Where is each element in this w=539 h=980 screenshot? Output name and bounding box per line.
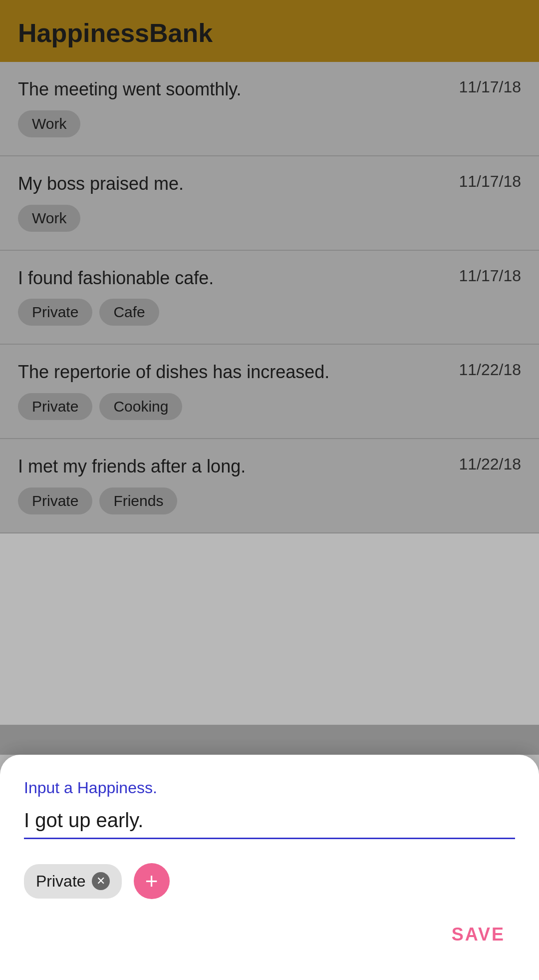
item-tags: Work <box>18 205 521 232</box>
item-tags: PrivateFriends <box>18 488 521 514</box>
list-item[interactable]: The repertorie of dishes has increased.1… <box>0 345 539 439</box>
item-tag[interactable]: Work <box>18 205 80 232</box>
list-item[interactable]: I found fashionable cafe.11/17/18Private… <box>0 251 539 345</box>
item-text: My boss praised me. <box>18 172 459 196</box>
item-date: 11/17/18 <box>459 78 521 96</box>
app-header: HappinessBank <box>0 0 539 62</box>
item-date: 11/17/18 <box>459 172 521 191</box>
item-text: I met my friends after a long. <box>18 455 459 479</box>
add-tag-button[interactable]: + <box>134 863 170 899</box>
item-tag[interactable]: Friends <box>99 488 177 514</box>
happiness-input[interactable] <box>24 809 515 839</box>
item-tag[interactable]: Cafe <box>99 299 159 326</box>
item-tag[interactable]: Private <box>18 488 92 514</box>
item-tag[interactable]: Private <box>18 393 92 420</box>
bottom-overlay: Input a Happiness. Private ✕ + SAVE <box>0 725 539 980</box>
item-tags: PrivateCooking <box>18 393 521 420</box>
input-panel: Input a Happiness. Private ✕ + SAVE <box>0 755 539 980</box>
item-date: 11/17/18 <box>459 267 521 285</box>
save-row: SAVE <box>24 919 515 950</box>
item-text: The repertorie of dishes has increased. <box>18 361 459 384</box>
item-tag[interactable]: Private <box>18 299 92 326</box>
happiness-list: The meeting went soomthly.11/17/18WorkMy… <box>0 62 539 533</box>
item-tags: Work <box>18 110 521 137</box>
private-tag-label: Private <box>36 872 86 891</box>
list-item[interactable]: The meeting went soomthly.11/17/18Work <box>0 62 539 156</box>
item-date: 11/22/18 <box>459 455 521 474</box>
item-tag[interactable]: Cooking <box>99 393 182 420</box>
item-text: I found fashionable cafe. <box>18 267 459 290</box>
plus-icon: + <box>145 870 158 892</box>
remove-tag-button[interactable]: ✕ <box>92 872 110 890</box>
list-item[interactable]: I met my friends after a long.11/22/18Pr… <box>0 439 539 533</box>
remove-icon: ✕ <box>96 875 105 888</box>
item-tag[interactable]: Work <box>18 110 80 137</box>
app-title: HappinessBank <box>18 18 213 47</box>
item-date: 11/22/18 <box>459 361 521 379</box>
item-tags: PrivateCafe <box>18 299 521 326</box>
list-item[interactable]: My boss praised me.11/17/18Work <box>0 156 539 251</box>
private-tag: Private ✕ <box>24 864 122 899</box>
save-button[interactable]: SAVE <box>442 919 515 950</box>
tags-row: Private ✕ + <box>24 863 515 899</box>
item-text: The meeting went soomthly. <box>18 78 459 101</box>
dim-overlay <box>0 725 539 755</box>
input-label: Input a Happiness. <box>24 779 515 797</box>
